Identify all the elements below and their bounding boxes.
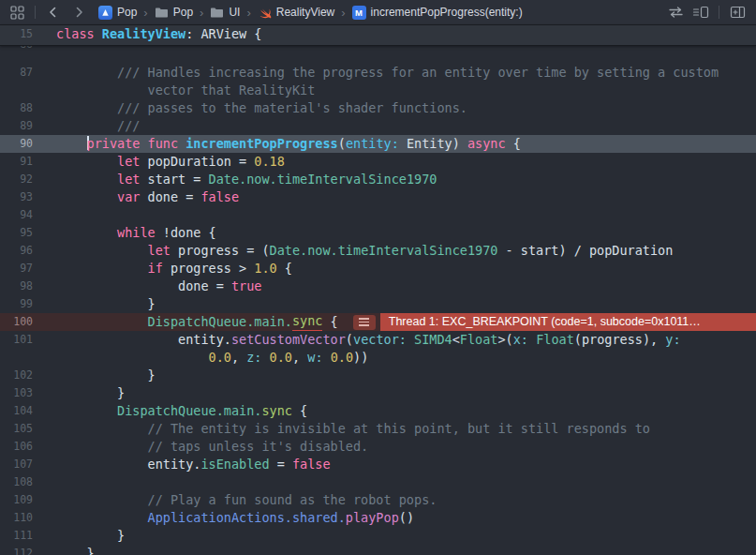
line-number[interactable]: 108: [0, 473, 41, 491]
forward-button[interactable]: [69, 3, 88, 22]
code-line[interactable]: 99}: [0, 295, 756, 313]
line-number[interactable]: 98: [0, 278, 41, 295]
line-number[interactable]: 104: [0, 402, 41, 420]
line-number[interactable]: 107: [0, 456, 41, 473]
line-number[interactable]: 111: [0, 527, 41, 545]
code-line[interactable]: 100DispatchQueue.main.sync {Thread 1: EX…: [0, 313, 756, 331]
line-number[interactable]: 92: [0, 171, 41, 188]
exception-message[interactable]: Thread 1: EXC_BREAKPOINT (code=1, subcod…: [380, 313, 756, 331]
source-editor: 15 class RealityView: ARView { 86 87/// …: [0, 25, 756, 555]
code-line[interactable]: 95while !done {: [0, 224, 756, 242]
code-line[interactable]: 98done = true: [0, 278, 756, 295]
code-token: progress = (: [170, 243, 270, 258]
code-line[interactable]: 105// The entity is invisible at this po…: [0, 420, 756, 438]
line-number[interactable]: 88: [0, 99, 41, 117]
code-line[interactable]: 103}: [0, 384, 756, 402]
line-number[interactable]: 93: [0, 188, 41, 206]
line-number[interactable]: 87: [0, 64, 41, 99]
line-number[interactable]: 106: [0, 438, 41, 456]
line-number[interactable]: 105: [0, 420, 41, 438]
code-text: }: [56, 367, 756, 384]
code-line[interactable]: 109// Play a fun sound as the robot pops…: [0, 491, 756, 509]
code-line[interactable]: 94: [0, 206, 756, 224]
adjust-editor-options-icon[interactable]: [691, 3, 710, 22]
code-token: {: [322, 313, 337, 331]
code-token: [261, 350, 269, 365]
line-number[interactable]: 101: [0, 331, 41, 367]
code-line[interactable]: 92let start = Date.now.timeIntervalSince…: [0, 171, 756, 188]
code-line[interactable]: 87/// Handles increasing the progress fo…: [0, 64, 756, 99]
code-token: // Play a fun sound as the robot pops.: [148, 492, 437, 507]
code-line[interactable]: 90private func incrementPopProgress(enti…: [0, 135, 756, 153]
line-number[interactable]: 100: [0, 313, 41, 331]
code-review-icon[interactable]: [666, 3, 685, 22]
code-text: // The entity is invisible at this point…: [56, 420, 756, 438]
line-number[interactable]: 90: [0, 135, 41, 153]
line-number[interactable]: 15: [0, 25, 41, 45]
code-text: vector that RealityKit: [56, 82, 756, 99]
code-line[interactable]: 111}: [0, 527, 756, 545]
code-line[interactable]: 107entity.isEnabled = false: [0, 456, 756, 473]
code-token: }: [87, 546, 95, 555]
code-text: let progress = (Date.now.timeIntervalSin…: [56, 242, 756, 260]
line-number[interactable]: 91: [0, 153, 41, 171]
code-text: [56, 206, 756, 224]
code-line[interactable]: 106// taps unless it's disabled.: [0, 438, 756, 456]
code-line[interactable]: 97if progress > 1.0 {: [0, 260, 756, 278]
breadcrumb-item-group[interactable]: Pop: [155, 6, 193, 19]
code-text: // taps unless it's disabled.: [56, 438, 756, 456]
app-icon: [98, 6, 112, 20]
breadcrumb-item-method[interactable]: M incrementPopProgress(entity:): [352, 6, 523, 20]
line-number[interactable]: 97: [0, 260, 41, 278]
code-line[interactable]: 88/// passes to the material's shader fu…: [0, 99, 756, 117]
breadcrumb-item-project[interactable]: Pop: [98, 6, 137, 20]
code-token: // The entity is invisible at this point…: [148, 421, 650, 436]
related-items-icon[interactable]: [7, 3, 26, 22]
code-line[interactable]: 101entity.setCustomVector(vector: SIMD4<…: [0, 331, 756, 367]
line-number[interactable]: 109: [0, 491, 41, 509]
line-number[interactable]: 103: [0, 384, 41, 402]
code-token: Float: [536, 332, 574, 347]
code-line[interactable]: 108: [0, 473, 756, 491]
code-text: /// Handles increasing the progress for …: [56, 64, 756, 82]
code-token: [323, 350, 331, 365]
code-token: private func: [87, 136, 186, 151]
code-token: playPop: [346, 510, 399, 525]
code-line[interactable]: 112}: [0, 545, 756, 555]
code-text: }: [56, 384, 756, 402]
code-token: DispatchQueue.main.: [148, 313, 292, 331]
code-line[interactable]: 96let progress = (Date.now.timeIntervalS…: [0, 242, 756, 260]
code-line[interactable]: 91let popDuration = 0.18: [0, 153, 756, 171]
code-token: ,: [231, 350, 246, 365]
code-area[interactable]: 87/// Handles increasing the progress fo…: [0, 64, 756, 555]
code-line[interactable]: 102}: [0, 367, 756, 384]
code-text: let start = Date.now.timeIntervalSince19…: [56, 171, 756, 188]
code-token: entity.: [148, 457, 201, 472]
line-number[interactable]: 89: [0, 117, 41, 135]
line-number[interactable]: 94: [0, 206, 41, 224]
code-line[interactable]: 89///: [0, 117, 756, 135]
code-line[interactable]: 110ApplicationActions.shared.playPop(): [0, 509, 756, 527]
swift-icon: [258, 6, 272, 20]
code-text: done = true: [56, 278, 756, 295]
toolbar-divider: [35, 6, 36, 19]
line-number[interactable]: 99: [0, 295, 41, 313]
line-number[interactable]: 96: [0, 242, 41, 260]
breadcrumb: Pop › Pop › UI › RealityView › M increme…: [98, 6, 523, 20]
line-number[interactable]: 86: [0, 46, 41, 64]
line-number[interactable]: 110: [0, 509, 41, 527]
code-token: [407, 332, 414, 347]
code-line[interactable]: 93var done = false: [0, 188, 756, 206]
breadcrumb-item-file[interactable]: RealityView: [258, 6, 334, 20]
code-token: (progress),: [574, 332, 666, 347]
line-number[interactable]: 102: [0, 367, 41, 384]
line-number[interactable]: 95: [0, 224, 41, 242]
sticky-scope-header[interactable]: 15 class RealityView: ARView {: [0, 25, 756, 46]
breakpoint-annotation-icon[interactable]: [353, 315, 376, 330]
back-button[interactable]: [44, 3, 63, 22]
add-editor-icon[interactable]: [728, 3, 747, 22]
code-token: /// passes to the material's shader func…: [117, 100, 467, 115]
line-number[interactable]: 112: [0, 545, 41, 555]
breadcrumb-item-group[interactable]: UI: [210, 6, 240, 19]
code-line[interactable]: 104DispatchQueue.main.sync {: [0, 402, 756, 420]
